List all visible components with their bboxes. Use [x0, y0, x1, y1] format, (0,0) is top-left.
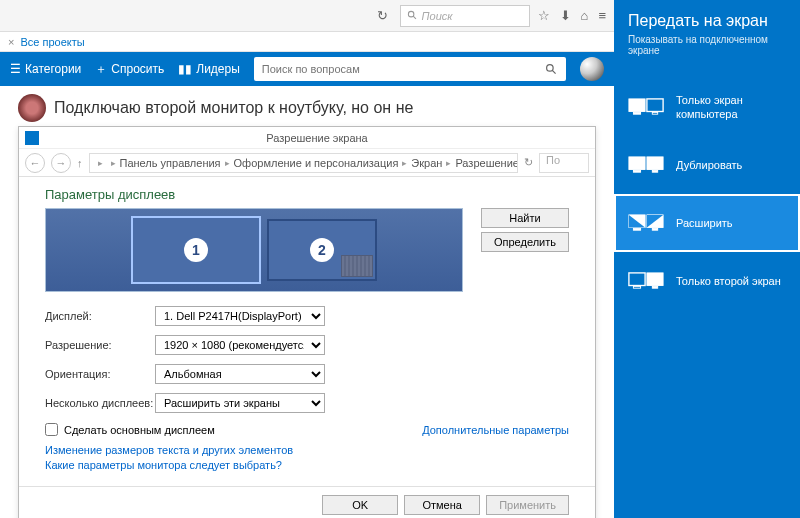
- svg-rect-8: [629, 157, 645, 170]
- svg-rect-10: [647, 157, 663, 170]
- find-button[interactable]: Найти: [481, 208, 569, 228]
- menu-icon[interactable]: ≡: [598, 8, 606, 23]
- projection-panel: Передать на экран Показывать на подключе…: [614, 0, 800, 518]
- svg-point-2: [547, 64, 554, 71]
- breadcrumb-path[interactable]: ▸ ▸ Панель управления ▸ Оформление и пер…: [89, 153, 519, 173]
- ok-button[interactable]: OK: [322, 495, 398, 515]
- refresh-icon[interactable]: ↻: [374, 7, 392, 25]
- keypad-icon: [341, 255, 373, 277]
- projection-option-extend[interactable]: Расширить: [614, 194, 800, 252]
- svg-rect-11: [652, 170, 657, 172]
- svg-line-3: [552, 70, 555, 73]
- all-projects-link[interactable]: Все проекты: [20, 36, 84, 48]
- make-primary-checkbox[interactable]: [45, 423, 58, 436]
- nav-leaders[interactable]: ▮▮ Лидеры: [178, 62, 240, 76]
- list-icon: ☰: [10, 62, 21, 76]
- svg-rect-7: [652, 112, 657, 114]
- pc-only-icon: [628, 95, 664, 119]
- window-icon: [25, 131, 39, 145]
- cancel-button[interactable]: Отмена: [404, 495, 480, 515]
- monitor-1[interactable]: 1: [131, 216, 261, 284]
- dialog-titlebar: Разрешение экрана: [19, 127, 595, 149]
- display-select[interactable]: 1. Dell P2417H(DisplayPort): [155, 306, 325, 326]
- projection-subtitle: Показывать на подключенном экране: [628, 34, 786, 56]
- displays-preview[interactable]: 1 2: [45, 208, 463, 292]
- projection-title: Передать на экран: [628, 12, 786, 30]
- detect-button[interactable]: Определить: [481, 232, 569, 252]
- orientation-select[interactable]: Альбомная: [155, 364, 325, 384]
- label-orientation: Ориентация:: [45, 368, 155, 380]
- svg-rect-6: [647, 99, 663, 112]
- advanced-link[interactable]: Дополнительные параметры: [422, 424, 569, 436]
- close-icon[interactable]: ×: [8, 36, 14, 48]
- back-button[interactable]: ←: [25, 153, 45, 173]
- svg-point-0: [408, 11, 414, 17]
- refresh-icon[interactable]: ↻: [524, 156, 533, 169]
- star-icon[interactable]: ☆: [538, 8, 550, 23]
- dialog-title: Разрешение экрана: [45, 132, 589, 144]
- search-icon: [407, 10, 418, 21]
- svg-line-1: [413, 16, 416, 19]
- text-size-link[interactable]: Изменение размеров текста и других элеме…: [45, 444, 569, 456]
- post-title: Подключаю второй монитор к ноутбуку, но …: [54, 99, 413, 117]
- make-primary-label: Сделать основным дисплеем: [64, 424, 215, 436]
- projection-option-second-only[interactable]: Только второй экран: [614, 252, 800, 310]
- label-display: Дисплей:: [45, 310, 155, 322]
- extend-icon: [628, 211, 664, 235]
- post-avatar[interactable]: [18, 94, 46, 122]
- content: Подключаю второй монитор к ноутбуку, но …: [0, 86, 614, 518]
- screen-resolution-dialog: Разрешение экрана ← → ↑ ▸ ▸ Панель управ…: [18, 126, 596, 518]
- chart-icon: ▮▮: [178, 62, 192, 76]
- multi-display-select[interactable]: Расширить эти экраны: [155, 393, 325, 413]
- browser-search[interactable]: Поиск: [400, 5, 530, 27]
- browser-search-placeholder: Поиск: [422, 10, 453, 22]
- dialog-footer: OK Отмена Применить: [19, 486, 595, 518]
- label-multi: Несколько дисплеев:: [45, 397, 155, 409]
- second-only-icon: [628, 269, 664, 293]
- site-nav: ☰ Категории ＋ Спросить ▮▮ Лидеры: [0, 52, 614, 86]
- projection-option-pc-only[interactable]: Только экран компьютера: [614, 78, 800, 136]
- apply-button[interactable]: Применить: [486, 495, 569, 515]
- breadcrumb: ← → ↑ ▸ ▸ Панель управления ▸ Оформление…: [19, 149, 595, 177]
- resolution-select[interactable]: 1920 × 1080 (рекомендуется): [155, 335, 325, 355]
- label-resolution: Разрешение:: [45, 339, 155, 351]
- plus-icon: ＋: [95, 61, 107, 78]
- svg-rect-4: [629, 99, 645, 112]
- nav-categories[interactable]: ☰ Категории: [10, 62, 81, 76]
- tab-strip: × Все проекты: [0, 32, 614, 52]
- svg-rect-17: [633, 286, 640, 288]
- monitor-2[interactable]: 2: [267, 219, 377, 281]
- projection-options: Только экран компьютера Дублировать Расш…: [614, 78, 800, 310]
- svg-rect-15: [652, 228, 657, 230]
- home-icon[interactable]: ⌂: [581, 8, 589, 23]
- svg-rect-18: [647, 273, 663, 286]
- browser-toolbar: ↻ Поиск ☆ ⬇ ⌂ ≡: [0, 0, 614, 32]
- svg-rect-5: [633, 112, 640, 114]
- section-title: Параметры дисплеев: [45, 187, 569, 202]
- forward-button[interactable]: →: [51, 153, 71, 173]
- avatar[interactable]: [580, 57, 604, 81]
- site-search[interactable]: [254, 57, 566, 81]
- svg-rect-9: [633, 170, 640, 172]
- projection-option-duplicate[interactable]: Дублировать: [614, 136, 800, 194]
- svg-rect-13: [633, 228, 640, 230]
- explorer-search[interactable]: По: [539, 153, 589, 173]
- monitor-help-link[interactable]: Какие параметры монитора следует выбрать…: [45, 459, 569, 471]
- site-search-input[interactable]: [262, 63, 545, 75]
- up-button[interactable]: ↑: [77, 157, 83, 169]
- duplicate-icon: [628, 153, 664, 177]
- svg-rect-19: [652, 286, 657, 288]
- download-icon[interactable]: ⬇: [560, 8, 571, 23]
- search-icon: [545, 63, 558, 76]
- svg-rect-16: [629, 273, 645, 286]
- nav-ask[interactable]: ＋ Спросить: [95, 61, 164, 78]
